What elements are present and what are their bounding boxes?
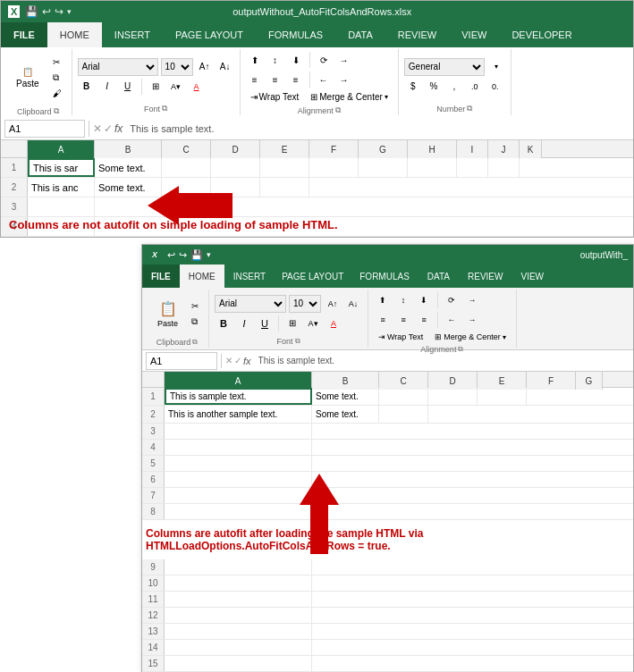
col-header-F-bottom[interactable]: F (527, 372, 576, 390)
fill-color-top[interactable]: A▾ (167, 78, 185, 96)
col-header-K[interactable]: K (520, 140, 542, 158)
redo-icon-bottom[interactable]: ↪ (179, 249, 187, 261)
comma-button[interactable]: , (445, 78, 463, 96)
align-top-btn-bottom[interactable]: ⬆ (374, 291, 392, 309)
number-format-dropdown[interactable]: General (404, 58, 485, 76)
tab-data-top[interactable]: DATA (335, 22, 385, 47)
decrease-decimal-button[interactable]: 0. (486, 78, 504, 96)
col-header-D-bottom[interactable]: D (428, 372, 478, 390)
cancel-icon-top[interactable]: ✕ (93, 122, 102, 135)
align-mid-btn-bottom[interactable]: ↕ (394, 291, 412, 309)
col-header-C[interactable]: C (162, 140, 211, 158)
align-right-btn-bottom[interactable]: ≡ (415, 311, 433, 329)
cell-C1-top[interactable] (162, 158, 211, 177)
cell-A3-bottom[interactable] (165, 424, 312, 439)
tab-pagelayout-top[interactable]: PAGE LAYOUT (163, 22, 256, 47)
cell-A2-bottom[interactable]: This is another sample text. (165, 406, 312, 423)
tab-home-bottom[interactable]: HOME (180, 265, 224, 288)
fx-icon-top[interactable]: fx (114, 122, 123, 135)
col-header-D[interactable]: D (211, 140, 260, 158)
cell-C2-bottom[interactable] (379, 406, 428, 423)
formula-input-top[interactable] (126, 122, 630, 135)
confirm-icon-top[interactable]: ✓ (104, 122, 113, 135)
cell-C1-bottom[interactable] (379, 388, 428, 405)
undo-icon-bottom[interactable]: ↩ (167, 249, 175, 261)
col-header-E-bottom[interactable]: E (478, 372, 527, 390)
cell-H1-top[interactable] (408, 158, 457, 177)
italic-button-top[interactable]: I (98, 78, 116, 96)
confirm-icon-bottom[interactable]: ✓ (234, 356, 241, 365)
paste-button-top[interactable]: 📋 Paste (10, 51, 46, 105)
cell-B1-bottom[interactable]: Some text. (312, 388, 379, 405)
cell-G1-top[interactable] (359, 158, 408, 177)
bold-button-bottom[interactable]: B (215, 315, 232, 332)
cancel-icon-bottom[interactable]: ✕ (225, 356, 232, 365)
align-bottom-button[interactable]: ⬇ (287, 51, 305, 69)
cell-B2-bottom[interactable]: Some text. (312, 406, 379, 423)
cell-A10-bottom[interactable] (165, 575, 312, 591)
cell-A4-bottom[interactable] (165, 440, 312, 455)
cell-A15-bottom[interactable] (165, 656, 312, 671)
cell-E2-top[interactable] (260, 178, 309, 197)
col-header-E[interactable]: E (260, 140, 309, 158)
tab-file-bottom[interactable]: FILE (142, 265, 180, 288)
tab-review-top[interactable]: REVIEW (385, 22, 449, 47)
cell-D1-top[interactable] (211, 158, 260, 177)
col-header-A-bottom[interactable]: A (165, 372, 312, 390)
cell-D1-bottom[interactable] (428, 388, 478, 405)
cell-E1-top[interactable] (260, 158, 309, 177)
format-painter-top[interactable]: 🖌 (48, 87, 66, 100)
tab-data-bottom[interactable]: DATA (418, 265, 459, 288)
cell-A1-bottom[interactable]: This is sample text. (165, 388, 312, 405)
cell-A14-bottom[interactable] (165, 640, 312, 655)
size-dropdown-top[interactable]: 10 (161, 58, 193, 76)
cell-J1-top[interactable] (488, 158, 520, 177)
tab-formulas-bottom[interactable]: FORMULAS (351, 265, 418, 288)
merge-center-button-top[interactable]: ⊞ Merge & Center ▾ (306, 90, 393, 104)
tab-home-top[interactable]: HOME (47, 22, 102, 47)
alignment-expand-icon-bottom[interactable]: ⧉ (458, 345, 463, 354)
copy-button-bottom[interactable]: ⧉ (187, 315, 203, 329)
dropdown-icon-bottom[interactable]: ▾ (207, 250, 211, 259)
cell-A3-top[interactable] (28, 197, 95, 216)
cell-A11-bottom[interactable] (165, 592, 312, 607)
cell-A2-top[interactable]: This is anc (28, 178, 95, 197)
wrap-text-button-bottom[interactable]: ⇥ Wrap Text (374, 331, 427, 343)
col-header-G-bottom[interactable]: G (576, 372, 603, 390)
indent-btn-bottom[interactable]: → (463, 291, 481, 309)
bold-button-top[interactable]: B (78, 78, 96, 96)
tab-developer-top[interactable]: DEVELOPER (499, 22, 584, 47)
tab-view-top[interactable]: VIEW (449, 22, 499, 47)
name-box-top[interactable] (4, 120, 85, 138)
formula-input-bottom[interactable] (255, 355, 630, 366)
col-header-B-bottom[interactable]: B (312, 372, 379, 390)
redo-icon[interactable]: ↪ (55, 5, 63, 18)
font-dropdown-top[interactable]: Arial (78, 58, 158, 76)
align-right-button-top[interactable]: ≡ (287, 71, 305, 88)
dropdown-icon[interactable]: ▾ (67, 7, 72, 16)
cell-B1-top[interactable]: Some text. (95, 158, 162, 177)
italic-button-bottom[interactable]: I (235, 315, 253, 332)
cell-I1-top[interactable] (457, 158, 488, 177)
underline-button-bottom[interactable]: U (256, 315, 274, 332)
decrease-indent-button[interactable]: ← (315, 71, 333, 88)
name-box-bottom[interactable] (146, 352, 217, 370)
font-color-bottom[interactable]: A (325, 315, 342, 332)
font-color-top[interactable]: A (188, 78, 206, 96)
cell-E1-bottom[interactable] (478, 388, 527, 405)
col-header-J[interactable]: J (488, 140, 520, 158)
currency-button[interactable]: $ (404, 78, 422, 96)
fill-color-bottom[interactable]: A▾ (304, 315, 322, 332)
alignment-expand-icon[interactable]: ⧉ (335, 105, 341, 115)
align-ctr-btn-bottom[interactable]: ≡ (394, 311, 412, 329)
cell-A9-bottom[interactable] (165, 559, 312, 575)
increase-font-bottom[interactable]: A↑ (324, 295, 342, 313)
number-expand-icon[interactable]: ⧉ (467, 104, 472, 113)
merge-center-button-bottom[interactable]: ⊞ Merge & Center ▾ (430, 331, 511, 343)
align-left-button-top[interactable]: ≡ (246, 71, 264, 88)
save-icon[interactable]: 💾 (25, 5, 38, 18)
increase-indent-button[interactable]: → (335, 71, 353, 88)
tab-pagelayout-bottom[interactable]: PAGE LAYOUT (275, 265, 351, 288)
col-header-C-bottom[interactable]: C (379, 372, 428, 390)
align-middle-button[interactable]: ↕ (266, 51, 284, 69)
